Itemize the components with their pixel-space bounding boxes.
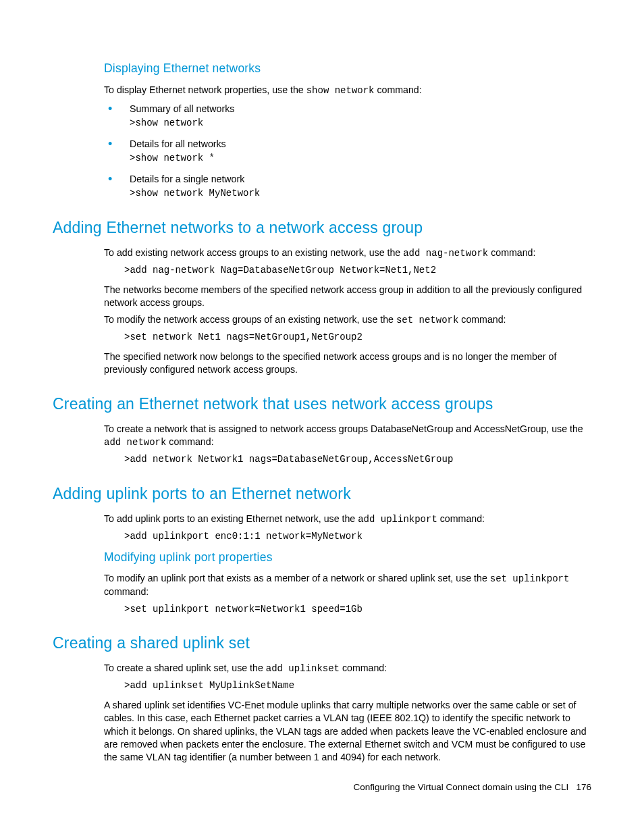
list-item-command: >show network * [130, 152, 591, 165]
text: To display Ethernet network properties, … [104, 84, 306, 95]
heading-adding-uplink-ports: Adding uplink ports to an Ethernet netwo… [53, 484, 591, 504]
paragraph: To display Ethernet network properties, … [104, 84, 591, 97]
paragraph: To create a network that is assigned to … [104, 423, 591, 449]
text: To modify the network access groups of a… [104, 314, 396, 325]
text: command: [340, 662, 387, 673]
list-item-command: >show network [130, 117, 591, 130]
inline-code: add uplinkport [358, 514, 437, 525]
text: command: [375, 84, 422, 95]
command-line: >set uplinkport network=Network1 speed=1… [124, 603, 591, 616]
paragraph: To modify an uplink port that exists as … [104, 572, 591, 598]
inline-code: add uplinkset [266, 663, 340, 674]
text: command: [104, 586, 149, 597]
heading-creating-shared-uplink-set: Creating a shared uplink set [53, 633, 591, 654]
inline-code: set uplinkport [490, 573, 570, 584]
inline-code: add nag-network [403, 248, 488, 259]
paragraph: To add existing network access groups to… [104, 246, 591, 260]
paragraph: The networks become members of the speci… [104, 284, 591, 309]
inline-code: add network [104, 437, 166, 448]
bullet-list: Summary of all networks >show network De… [104, 103, 591, 200]
heading-modifying-uplink-port-properties: Modifying uplink port properties [104, 550, 591, 566]
inline-code: set network [396, 315, 458, 325]
text: command: [437, 513, 485, 524]
text: command: [458, 314, 506, 325]
paragraph: To add uplink ports to an existing Ether… [104, 513, 591, 526]
list-item: Summary of all networks >show network [104, 103, 591, 130]
heading-adding-ethernet-networks-to-nag: Adding Ethernet networks to a network ac… [53, 217, 591, 238]
command-line: >add uplinkset MyUplinkSetName [124, 679, 591, 692]
list-item-text: Summary of all networks [130, 103, 591, 115]
command-line: >add nag-network Nag=DatabaseNetGroup Ne… [124, 264, 591, 277]
text: To create a shared uplink set, use the [104, 662, 266, 673]
section-body: To add uplink ports to an existing Ether… [104, 513, 591, 543]
text: command: [488, 247, 535, 258]
inline-code: show network [306, 85, 375, 96]
command-line: >add uplinkport enc0:1:1 network=MyNetwo… [124, 530, 591, 543]
section-body: To display Ethernet network properties, … [104, 84, 591, 200]
paragraph: A shared uplink set identifies VC-Enet m… [104, 699, 591, 764]
paragraph: To modify the network access groups of a… [104, 313, 591, 327]
list-item: Details for all networks >show network * [104, 138, 591, 165]
text: To create a network that is assigned to … [104, 423, 583, 434]
paragraph: To create a shared uplink set, use the a… [104, 662, 591, 675]
section-body: To modify an uplink port that exists as … [104, 572, 591, 615]
section-body: To add existing network access groups to… [104, 246, 591, 376]
command-line: >add network Network1 nags=DatabaseNetGr… [124, 453, 591, 466]
footer-text: Configuring the Virtual Connect domain u… [354, 782, 569, 792]
text: command: [166, 436, 213, 447]
list-item-command: >show network MyNetwork [130, 187, 591, 200]
text: To add uplink ports to an existing Ether… [104, 513, 358, 524]
list-item: Details for a single network >show netwo… [104, 173, 591, 200]
list-item-text: Details for a single network [130, 173, 591, 186]
section-body: To create a shared uplink set, use the a… [104, 662, 591, 764]
page-content: Displaying Ethernet networks To display … [0, 0, 644, 764]
command-line: >set network Net1 nags=NetGroup1,NetGrou… [124, 331, 591, 344]
section-body: To create a network that is assigned to … [104, 423, 591, 466]
page-number: 176 [576, 782, 591, 792]
list-item-text: Details for all networks [130, 138, 591, 151]
page-footer: Configuring the Virtual Connect domain u… [354, 781, 592, 793]
text: To add existing network access groups to… [104, 247, 403, 258]
heading-creating-ethernet-network-nag: Creating an Ethernet network that uses n… [53, 394, 591, 415]
text: To modify an uplink port that exists as … [104, 573, 490, 583]
paragraph: The specified network now belongs to the… [104, 350, 591, 376]
heading-displaying-ethernet-networks: Displaying Ethernet networks [104, 61, 591, 77]
